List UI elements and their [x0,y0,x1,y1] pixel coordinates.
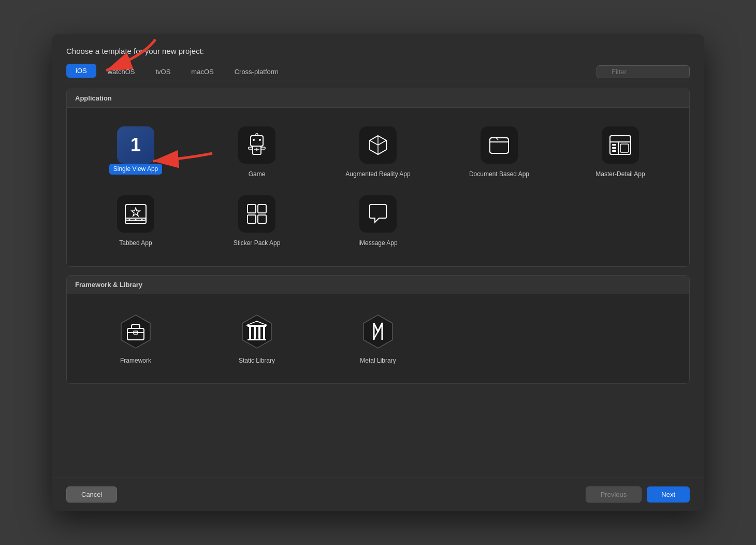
svg-rect-5 [261,147,265,149]
svg-rect-46 [258,327,260,339]
tab-tvos[interactable]: tvOS [146,65,180,79]
svg-rect-24 [620,144,629,152]
svg-point-6 [253,139,255,141]
svg-marker-32 [132,208,140,216]
static-library-label: Static Library [239,356,275,365]
template-ar-app[interactable]: Augmented Reality App [317,118,439,187]
single-view-app-icon: 1 [117,126,154,164]
document-based-icon [481,126,518,164]
svg-marker-37 [121,315,150,348]
svg-point-29 [141,219,143,221]
ar-app-label: Augmented Reality App [345,170,410,179]
metal-library-label: Metal Library [360,356,396,365]
static-library-icon [238,313,275,350]
dialog-footer: Cancel Previous Next [52,478,704,511]
svg-rect-17 [490,138,508,153]
svg-rect-47 [263,327,265,339]
svg-rect-42 [248,339,266,340]
tab-ios[interactable]: iOS [66,64,96,78]
library-grid: Framework [67,294,689,384]
game-label: Game [249,170,266,179]
svg-rect-44 [249,327,251,339]
application-grid: 1 Single View App [67,108,689,266]
tab-watchos[interactable]: watchOS [98,65,144,79]
application-section: Application 1 Single View App [66,89,690,267]
template-single-view-app[interactable]: 1 Single View App [75,118,196,187]
svg-rect-21 [612,144,616,146]
dialog-header: Choose a template for your new project: … [52,34,704,80]
tabbed-app-icon [117,195,154,233]
tab-cross-platform[interactable]: Cross-platform [225,65,288,79]
svg-rect-23 [612,150,616,152]
framework-library-header: Framework & Library [67,276,689,294]
svg-rect-36 [258,215,266,223]
svg-rect-34 [258,205,266,213]
svg-line-13 [378,140,386,145]
svg-rect-45 [254,327,256,339]
svg-rect-4 [249,147,253,149]
template-master-detail[interactable]: Master-Detail App [560,118,681,187]
dialog-title: Choose a template for your new project: [66,47,690,55]
filter-wrapper: ⊜ [597,65,690,78]
filter-container: ⊜ [597,65,690,78]
cancel-button[interactable]: Cancel [66,486,117,503]
imessage-icon [359,195,397,233]
template-framework[interactable]: Framework [75,305,196,374]
template-tabbed-app[interactable]: Tabbed App [75,187,196,256]
tab-bar: iOS watchOS tvOS macOS Cross-platform ⊜ [66,64,690,80]
tab-macos[interactable]: macOS [182,65,223,79]
framework-label: Framework [120,356,151,365]
framework-icon [117,313,154,350]
sticker-pack-icon [238,195,275,233]
content-area: Application 1 Single View App [52,80,704,478]
sticker-pack-label: Sticker Pack App [234,239,281,248]
framework-library-section: Framework & Library [66,275,690,384]
svg-point-7 [259,139,261,141]
svg-rect-35 [248,215,256,223]
template-document-based[interactable]: Document Based App [439,118,560,187]
template-static-library[interactable]: Static Library [196,305,317,374]
new-project-dialog: Choose a template for your new project: … [52,34,704,511]
template-metal-library[interactable]: Metal Library [317,305,439,374]
document-based-label: Document Based App [469,170,529,179]
imessage-label: iMessage App [358,239,397,248]
game-icon [238,126,275,164]
svg-rect-16 [490,138,508,153]
svg-marker-41 [242,315,271,348]
svg-rect-33 [248,205,256,213]
template-imessage[interactable]: iMessage App [317,187,439,256]
template-game[interactable]: Game [196,118,317,187]
svg-rect-8 [256,134,258,136]
svg-rect-2 [251,136,263,146]
footer-right: Previous Next [586,486,690,503]
metal-library-icon [359,313,397,350]
svg-point-30 [135,219,137,221]
next-button[interactable]: Next [647,486,690,503]
template-sticker-pack[interactable]: Sticker Pack App [196,187,317,256]
tabbed-app-label: Tabbed App [119,239,152,248]
master-detail-icon [602,126,639,164]
master-detail-label: Master-Detail App [595,170,645,179]
previous-button[interactable]: Previous [586,486,642,503]
application-section-header: Application [67,89,689,108]
ar-app-icon [359,126,397,164]
single-view-app-label: Single View App [109,164,163,175]
svg-rect-22 [612,147,616,149]
svg-line-14 [370,140,378,145]
filter-input[interactable] [597,65,690,78]
svg-point-31 [128,219,130,221]
